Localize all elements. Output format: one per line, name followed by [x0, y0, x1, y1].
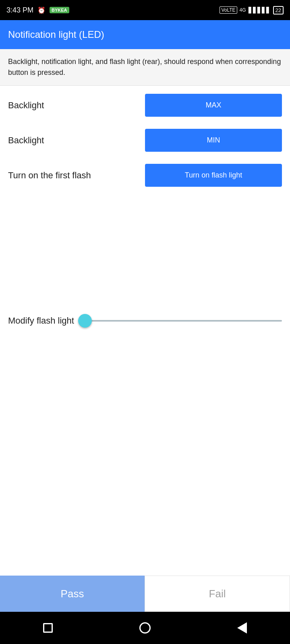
battery-icon: 22 [273, 6, 284, 14]
nav-bar [0, 612, 290, 644]
slider-row: Modify flash light [8, 316, 282, 326]
slider-track [78, 320, 282, 322]
status-alarm-icon: ⏰ [37, 6, 46, 14]
backlight-min-button[interactable]: MIN [145, 129, 282, 152]
bottom-buttons: Pass Fail [0, 576, 290, 612]
slider-label: Modify flash light [8, 316, 74, 326]
backlight-min-label: Backlight [8, 135, 44, 146]
status-bar-right: VoLTE 4G ▋▋▋▋▋ 22 [220, 6, 284, 14]
description-text: Backlight, notification light, and flash… [8, 56, 282, 78]
backlight-max-row: Backlight MAX [8, 94, 282, 117]
nav-back-icon[interactable] [237, 622, 247, 634]
app-bar: Notification light (LED) [0, 20, 290, 49]
signal-bars-icon: ▋▋▋▋▋ [249, 7, 271, 13]
pass-button[interactable]: Pass [0, 576, 145, 612]
flash-label: Turn on the first flash [8, 170, 91, 181]
slider-thumb[interactable] [78, 314, 92, 328]
turn-on-flash-button[interactable]: Turn on flash light [145, 164, 282, 187]
status-bar-left: 3:43 PM ⏰ BYKEA [6, 6, 69, 14]
slider-container [78, 320, 282, 322]
backlight-min-row: Backlight MIN [8, 129, 282, 152]
nav-circle-shape [139, 622, 151, 634]
description-section: Backlight, notification light, and flash… [0, 49, 290, 86]
fail-button[interactable]: Fail [145, 576, 290, 612]
status-bar: 3:43 PM ⏰ BYKEA VoLTE 4G ▋▋▋▋▋ 22 [0, 0, 290, 20]
signal-4g-icon: 4G [240, 7, 246, 13]
volte-icon: VoLTE [220, 6, 237, 14]
status-time: 3:43 PM [6, 6, 33, 14]
status-app-badge: BYKEA [50, 7, 69, 13]
nav-recent-icon[interactable] [43, 623, 53, 633]
main-content: Backlight MAX Backlight MIN Turn on the … [0, 86, 290, 576]
app-bar-title: Notification light (LED) [8, 29, 104, 40]
nav-triangle-shape [237, 622, 247, 634]
nav-home-icon[interactable] [139, 622, 151, 634]
nav-square-shape [43, 623, 53, 633]
backlight-max-button[interactable]: MAX [145, 94, 282, 117]
flash-row: Turn on the first flash Turn on flash li… [8, 164, 282, 187]
backlight-max-label: Backlight [8, 100, 44, 111]
